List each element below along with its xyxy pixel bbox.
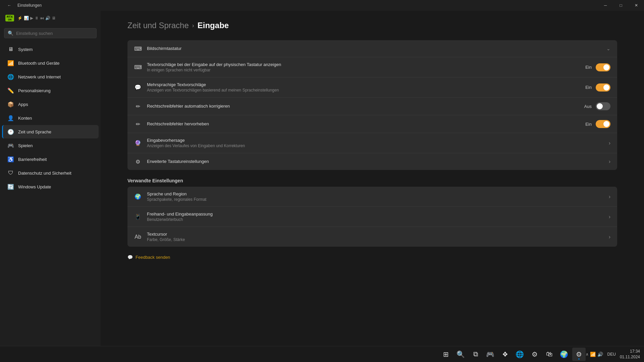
taskbar-right: ∧ 📶 🔊 DEU 17:34 01.11.2024 [586,349,640,360]
back-button[interactable]: ← [4,0,15,11]
settings-right-tastatureinstellungen: › [609,159,610,165]
settings-content-bildschirmtastatur: Bildschirmtastatur [147,46,601,52]
nav-label-apps: Apps [18,102,28,107]
taskbar-icon-settings[interactable]: ⚙ [528,348,541,361]
settings-title-rechtschreibfehler-herv: Rechtschreibfehler hervorheben [147,121,580,126]
sidebar-item-update[interactable]: 🔄 Windows Update [2,180,99,193]
nav-icon-accessibility: ♿ [7,156,14,163]
toggle-label-textvorschlaege: Ein [585,65,592,70]
taskbar-icon-edge[interactable]: 🌐 [513,348,527,361]
toggle-textvorschlaege[interactable] [596,63,610,71]
settings-content-eingabevorhersage: Eingabevorhersage Anzeigen des Verlaufes… [147,138,603,148]
taskbar-center: ⊞🔍⧉🎮❖🌐⚙🛍🌍⚙ [439,348,586,361]
taskbar-icon-taskview[interactable]: ⧉ [469,348,482,361]
settings-desc-textvorschlaege: In einigen Sprachen nicht verfügbar [147,68,580,72]
nav-label-accessibility: Barrierefreiheit [18,157,47,162]
settings-row-freihand[interactable]: 📱 Freihand- und Eingabeanpassung Benutze… [127,207,617,227]
settings-right-mehrsprachige: Ein [585,83,610,92]
settings-right-bildschirmtastatur: ⌄ [606,46,610,51]
settings-icon-eingabevorhersage: 🔮 [134,139,142,147]
nav-icon-accounts: 👤 [7,115,14,121]
settings-icon-rechtschreibfehler-herv: ✏ [134,120,142,128]
toggle-label-mehrsprachige: Ein [585,85,592,90]
nav-label-network: Netzwerk und Internet [18,74,61,79]
sidebar-item-gaming[interactable]: 🎮 Spielen [2,139,99,152]
minimize-button[interactable]: ─ [598,0,613,11]
toggle-rechtschreibfehler-herv[interactable] [596,120,610,128]
nav-label-accounts: Konten [18,116,32,121]
settings-content-freihand: Freihand- und Eingabeanpassung Benutzerw… [147,212,603,222]
search-box[interactable]: 🔍 [4,28,97,38]
sidebar-item-accounts[interactable]: 👤 Konten [2,111,99,125]
related-settings-label: Verwandte Einstellungen [127,178,617,183]
tray-wifi-icon: 📶 [590,351,596,357]
sidebar-item-personalization[interactable]: ✏️ Personalisierung [2,84,99,97]
feedback-link[interactable]: 💬 Feedback senden [127,255,617,260]
chevron-right-icon: › [609,159,610,165]
settings-title-tastatureinstellungen: Erweiterte Tastatureinstellungen [147,159,603,164]
sidebar-item-system[interactable]: 🖥 System [2,43,99,56]
breadcrumb-parent[interactable]: Zeit und Sprache [127,21,189,30]
taskbar-icon-browser[interactable]: 🌍 [557,348,571,361]
titlebar-controls: ─ □ ✕ [598,0,644,11]
tray-speaker-icon: 🔊 [597,351,603,357]
toggle-rechtschreibfehler-auto[interactable] [596,102,610,110]
settings-row-rechtschreibfehler-herv[interactable]: ✏ Rechtschreibfehler hervorheben Ein [127,115,617,133]
taskbar-icon-start[interactable]: ⊞ [439,348,453,361]
settings-right-rechtschreibfehler-auto: Aus [584,102,610,110]
settings-content-tastatureinstellungen: Erweiterte Tastatureinstellungen [147,159,603,165]
settings-row-eingabevorhersage[interactable]: 🔮 Eingabevorhersage Anzeigen des Verlauf… [127,133,617,153]
nav-icon-bluetooth: 📶 [7,60,14,66]
settings-content-sprache-region: Sprache und Region Sprachpakete, regiona… [147,191,603,202]
taskbar-icon-widgets[interactable]: ❖ [498,348,512,361]
settings-row-rechtschreibfehler-auto[interactable]: ✏ Rechtschreibfehler automatisch korrigi… [127,98,617,115]
nav-label-time: Zeit und Sprache [18,129,51,134]
taskbar-icon-search[interactable]: 🔍 [454,348,468,361]
feedback-icon: 💬 [127,255,133,260]
settings-title-mehrsprachige: Mehrsprachige Textvorschläge [147,82,580,87]
toggle-mehrsprachige[interactable] [596,83,610,92]
nav-label-bluetooth: Bluetooth und Geräte [18,61,60,66]
app-container: RTX ON ⚡ 📊 ▶ ⏸ ⏮ 🔊 🖥 🔍 🖥 System 📶 Blueto… [0,11,644,346]
settings-right-textcursor: › [609,234,610,240]
search-input[interactable] [16,31,93,36]
breadcrumb: Zeit und Sprache › Eingabe [127,21,617,30]
taskbar-icon-settings2[interactable]: ⚙ [572,348,586,361]
clock-date: 01.11.2024 [620,354,640,360]
settings-desc-sprache-region: Sprachpakete, regionales Format [147,197,603,202]
sidebar-item-bluetooth[interactable]: 📶 Bluetooth und Geräte [2,56,99,70]
settings-title-freihand: Freihand- und Eingabeanpassung [147,212,603,217]
tray-chevron[interactable]: ∧ [586,352,589,357]
toggle-label-rechtschreibfehler-auto: Aus [584,104,592,109]
settings-row-textvorschlaege[interactable]: ⌨ Textvorschläge bei der Eingabe auf der… [127,57,617,77]
settings-right-eingabevorhersage: › [609,140,610,146]
settings-right-freihand: › [609,214,610,220]
main-content: Zeit und Sprache › Eingabe ⌨ Bildschirmt… [101,11,644,346]
settings-row-sprache-region[interactable]: 🌍 Sprache und Region Sprachpakete, regio… [127,187,617,207]
taskbar-icon-xbox[interactable]: 🎮 [484,348,497,361]
sidebar-item-apps[interactable]: 📦 Apps [2,98,99,111]
settings-right-sprache-region: › [609,194,610,200]
nav-label-system: System [18,47,33,52]
system-tray: ∧ 📶 🔊 [586,351,603,357]
maximize-button[interactable]: □ [613,0,629,11]
settings-content-rechtschreibfehler-herv: Rechtschreibfehler hervorheben [147,121,580,127]
sidebar-item-time[interactable]: 🕐 Zeit und Sprache [2,125,99,138]
titlebar-title: Einstellungen [17,3,42,8]
settings-title-sprache-region: Sprache und Region [147,191,603,196]
settings-desc-mehrsprachige: Anzeigen von Textvorschlägen basierend a… [147,88,580,93]
settings-row-textcursor[interactable]: Ab Textcursor Farbe, Größe, Stärke › [127,227,617,247]
sidebar-item-network[interactable]: 🌐 Netzwerk und Internet [2,70,99,83]
nav-icon-gaming: 🎮 [7,142,14,149]
taskbar-icon-store[interactable]: 🛍 [543,348,556,361]
clock[interactable]: 17:34 01.11.2024 [620,349,640,360]
close-button[interactable]: ✕ [629,0,644,11]
chevron-right-icon: › [609,140,610,146]
settings-row-bildschirmtastatur[interactable]: ⌨ Bildschirmtastatur ⌄ [127,40,617,57]
settings-row-tastatureinstellungen[interactable]: ⚙ Erweiterte Tastatureinstellungen › [127,153,617,170]
sidebar-item-privacy[interactable]: 🛡 Datenschutz und Sicherheit [2,166,99,180]
settings-row-mehrsprachige[interactable]: 💬 Mehrsprachige Textvorschläge Anzeigen … [127,77,617,98]
nav-icon-network: 🌐 [7,73,14,80]
sidebar-item-accessibility[interactable]: ♿ Barrierefreiheit [2,153,99,166]
nav-label-gaming: Spielen [18,143,33,148]
